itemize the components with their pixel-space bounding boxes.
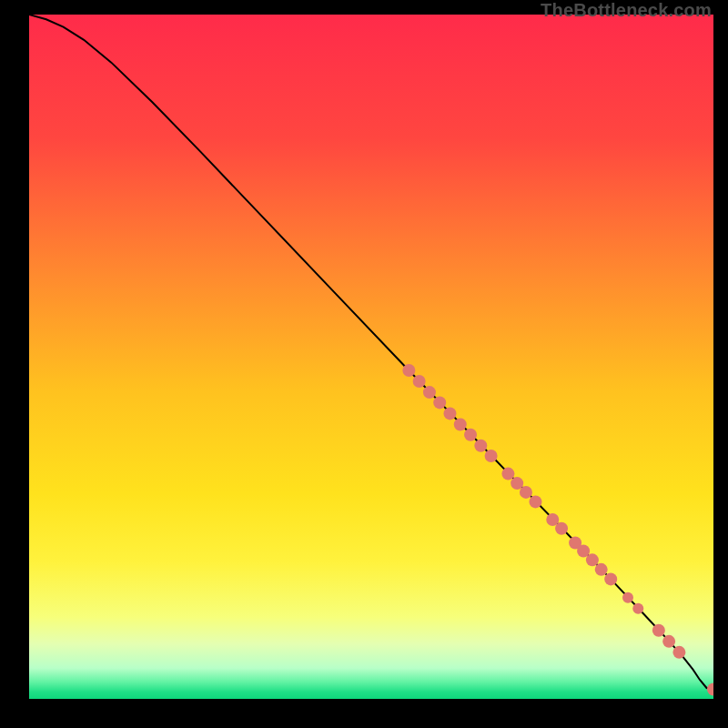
data-point — [672, 646, 685, 659]
data-point — [454, 418, 467, 430]
data-point — [529, 495, 541, 508]
chart-svg — [29, 15, 713, 699]
watermark-text: TheBottleneck.com — [541, 0, 712, 21]
data-point — [464, 429, 477, 441]
data-point — [423, 386, 436, 399]
data-point — [555, 522, 568, 535]
data-point — [413, 375, 426, 388]
data-point — [622, 592, 633, 603]
data-point — [586, 553, 599, 566]
data-point — [474, 440, 487, 452]
data-point — [443, 407, 456, 420]
gradient-background — [29, 15, 713, 699]
data-point — [501, 468, 514, 480]
data-point — [433, 396, 446, 409]
data-point — [595, 563, 608, 576]
plot-area — [29, 15, 713, 699]
chart-stage: TheBottleneck.com — [0, 0, 728, 728]
data-point — [485, 450, 498, 462]
data-point — [520, 486, 532, 499]
data-point — [604, 572, 617, 585]
data-point — [662, 635, 675, 648]
data-point — [652, 624, 665, 637]
data-point — [632, 603, 643, 614]
data-point — [402, 364, 415, 377]
